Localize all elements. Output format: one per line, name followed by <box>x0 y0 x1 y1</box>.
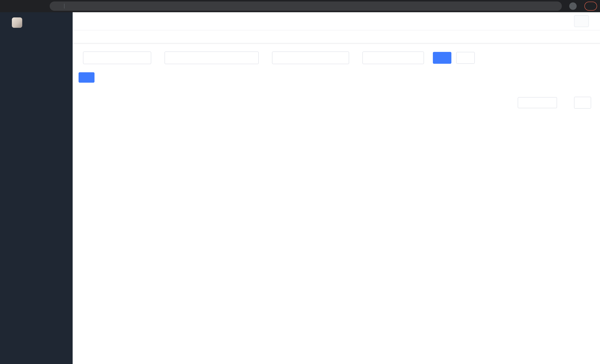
app-window <box>0 12 600 364</box>
fullscreen-icon[interactable] <box>548 18 554 24</box>
toggle-search-icon[interactable] <box>577 75 582 80</box>
avatar-image <box>574 15 589 27</box>
apply-time-range-picker[interactable] <box>165 52 259 64</box>
result-select[interactable] <box>272 52 349 64</box>
incognito-icon <box>569 2 577 10</box>
reason-input[interactable] <box>363 52 424 64</box>
browser-back-icon[interactable] <box>3 1 13 11</box>
main-area <box>73 12 600 364</box>
plus-icon <box>83 75 88 80</box>
browser-chrome <box>0 0 600 12</box>
goto-page-input[interactable] <box>574 97 591 109</box>
sidebar-menu <box>0 33 73 364</box>
browser-update-button[interactable] <box>584 2 597 10</box>
search-button-icon <box>439 56 444 60</box>
app-logo[interactable] <box>0 12 73 33</box>
help-icon[interactable] <box>535 18 542 24</box>
browser-reload-icon[interactable] <box>25 1 35 11</box>
sidebar <box>0 12 73 364</box>
search-icon[interactable] <box>509 18 516 24</box>
calendar-icon <box>169 55 174 60</box>
reset-icon <box>462 56 467 60</box>
page-size-select[interactable] <box>518 97 557 108</box>
pagination <box>79 97 594 109</box>
address-bar[interactable] <box>50 1 562 11</box>
font-size-icon[interactable] <box>561 18 567 24</box>
reset-button[interactable] <box>456 52 475 64</box>
chevron-down-icon <box>550 101 554 105</box>
app-logo-image <box>12 18 22 28</box>
table-tools <box>577 75 594 80</box>
navbar-actions <box>509 15 594 27</box>
pagination-goto <box>571 97 594 109</box>
image-placeholder-icon <box>579 18 584 24</box>
avatar-caret-icon <box>590 23 594 26</box>
leave-type-select[interactable] <box>83 52 151 64</box>
sidebar-toggle-icon[interactable] <box>79 18 85 24</box>
warning-icon <box>54 3 59 9</box>
page-content <box>73 43 600 364</box>
filter-form <box>79 52 594 64</box>
refresh-table-icon[interactable] <box>589 75 594 80</box>
browser-forward-icon[interactable] <box>14 1 24 11</box>
chevron-down-icon <box>341 56 345 60</box>
filter-result <box>268 52 349 64</box>
screen <box>0 0 600 364</box>
filter-leave-type <box>79 52 151 64</box>
security-status[interactable] <box>54 3 61 9</box>
incognito-indicator <box>565 2 583 10</box>
browser-home-icon[interactable] <box>36 1 46 11</box>
browser-menu-icon[interactable] <box>590 3 595 9</box>
filter-apply-time <box>160 52 259 64</box>
chevron-down-icon <box>143 56 147 60</box>
create-leave-button[interactable] <box>79 72 94 83</box>
top-navbar <box>73 12 600 30</box>
reason-input-wrap <box>362 52 424 64</box>
user-avatar[interactable] <box>574 15 594 27</box>
search-button[interactable] <box>433 52 451 64</box>
address-divider <box>64 4 65 9</box>
bookmark-star-icon[interactable] <box>554 3 559 9</box>
github-icon[interactable] <box>522 18 528 24</box>
tabs-bar <box>73 30 600 43</box>
filter-reason <box>358 52 424 64</box>
table-toolbar <box>79 72 594 83</box>
